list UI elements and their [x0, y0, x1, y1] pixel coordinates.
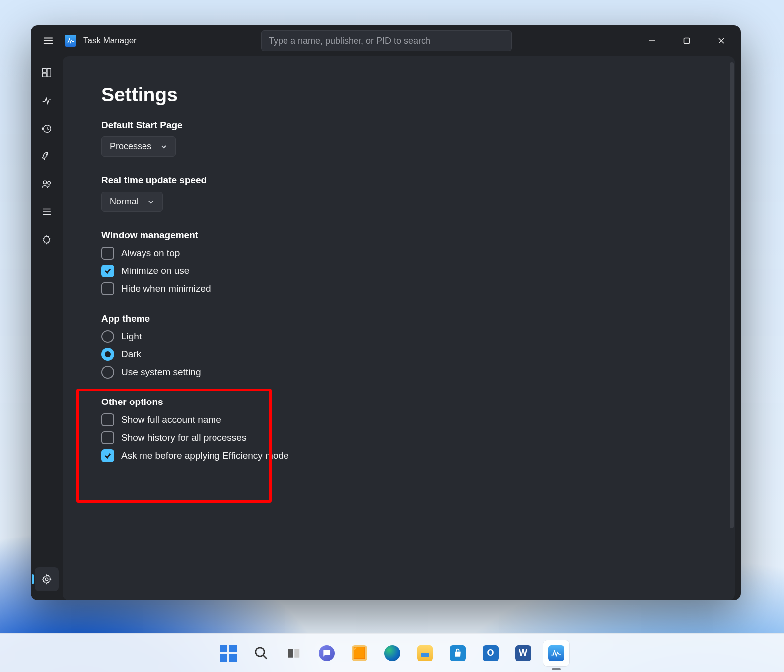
section-title-app-theme: App theme [101, 313, 696, 324]
store-icon [450, 645, 466, 661]
update-speed-dropdown[interactable]: Normal [101, 192, 163, 212]
checkbox-icon [101, 282, 114, 295]
checkbox-icon [101, 265, 114, 277]
outlook-icon: O [483, 645, 499, 661]
taskbar-search-button[interactable] [248, 640, 274, 666]
svg-rect-0 [684, 38, 690, 44]
checkbox-icon [101, 431, 114, 444]
sidebar-item-settings[interactable] [35, 567, 59, 591]
section-title-update-speed: Real time update speed [101, 175, 696, 186]
radio-theme-dark[interactable]: Dark [101, 348, 696, 361]
svg-point-8 [45, 578, 48, 581]
radio-icon [101, 366, 114, 379]
titlebar: Task Manager [31, 25, 741, 56]
sidebar-item-services[interactable] [35, 228, 59, 252]
folder-icon [417, 645, 433, 661]
checkbox-icon [101, 449, 114, 462]
content-area: Settings Default Start Page Processes Re… [63, 56, 741, 600]
svg-rect-11 [294, 649, 299, 658]
taskbar-edge-button[interactable] [379, 640, 405, 666]
checkbox-label: Show full account name [121, 414, 221, 425]
svg-point-7 [48, 182, 51, 185]
chat-icon [319, 645, 335, 661]
sidebar-item-performance[interactable] [35, 89, 59, 113]
search-icon [254, 646, 269, 661]
page-title: Settings [101, 84, 696, 106]
svg-rect-1 [43, 69, 46, 72]
radio-label: Use system setting [121, 367, 201, 378]
section-title-window-management: Window management [101, 230, 696, 241]
taskbar: 🟧 O W [0, 633, 784, 672]
word-icon: W [515, 645, 531, 661]
task-view-icon [286, 646, 301, 661]
checkbox-ask-efficiency-mode[interactable]: Ask me before applying Efficiency mode [101, 449, 696, 462]
chevron-down-icon [160, 143, 167, 150]
checkbox-label: Always on top [121, 248, 180, 259]
taskbar-start-button[interactable] [215, 640, 241, 666]
checkbox-minimize-on-use[interactable]: Minimize on use [101, 265, 696, 277]
scrollbar-thumb[interactable] [730, 62, 734, 528]
checkbox-icon [101, 247, 114, 260]
radio-theme-system[interactable]: Use system setting [101, 366, 696, 379]
sidebar-item-app-history[interactable] [35, 117, 59, 140]
taskbar-word-button[interactable]: W [510, 640, 536, 666]
settings-page: Settings Default Start Page Processes Re… [63, 56, 735, 600]
checkbox-full-account-name[interactable]: Show full account name [101, 413, 696, 426]
taskbar-store-button[interactable] [445, 640, 471, 666]
sidebar [31, 56, 63, 600]
checkbox-label: Ask me before applying Efficiency mode [121, 450, 289, 461]
svg-point-9 [255, 647, 264, 656]
checkbox-always-on-top[interactable]: Always on top [101, 247, 696, 260]
checkbox-hide-when-minimized[interactable]: Hide when minimized [101, 282, 696, 295]
radio-icon [101, 330, 114, 343]
section-title-default-start-page: Default Start Page [101, 120, 696, 131]
svg-rect-2 [47, 69, 51, 77]
taskbar-task-view-button[interactable] [281, 640, 307, 666]
taskbar-pinned-app-1[interactable]: 🟧 [347, 640, 372, 666]
search-input[interactable] [269, 36, 504, 46]
taskbar-task-manager-button[interactable] [543, 640, 569, 666]
checkbox-label: Minimize on use [121, 266, 189, 276]
section-title-other-options: Other options [101, 397, 696, 407]
app-icon: 🟧 [352, 645, 367, 661]
svg-rect-3 [43, 73, 46, 77]
edge-icon [384, 645, 400, 661]
svg-rect-10 [288, 649, 293, 658]
svg-point-6 [43, 181, 46, 184]
search-box[interactable] [261, 30, 512, 51]
close-button[interactable] [706, 28, 737, 53]
task-manager-icon [548, 645, 564, 661]
content-scrollbar[interactable] [730, 57, 734, 599]
radio-label: Light [121, 331, 142, 342]
checkbox-history-all-processes[interactable]: Show history for all processes [101, 431, 696, 444]
minimize-button[interactable] [637, 28, 667, 53]
taskbar-chat-button[interactable] [314, 640, 340, 666]
window-body: Settings Default Start Page Processes Re… [31, 56, 741, 600]
sidebar-item-details[interactable] [35, 200, 59, 224]
app-title: Task Manager [83, 36, 137, 46]
default-start-page-dropdown[interactable]: Processes [101, 136, 176, 157]
default-start-page-value: Processes [110, 141, 151, 152]
task-manager-icon [65, 35, 76, 47]
radio-label: Dark [121, 349, 141, 360]
checkbox-label: Show history for all processes [121, 432, 246, 443]
taskbar-file-explorer-button[interactable] [412, 640, 438, 666]
radio-icon [101, 348, 114, 361]
sidebar-item-processes[interactable] [35, 61, 59, 85]
maximize-button[interactable] [671, 28, 702, 53]
chevron-down-icon [147, 199, 154, 205]
update-speed-value: Normal [110, 197, 139, 207]
task-manager-window: Task Manager [31, 25, 741, 600]
checkbox-label: Hide when minimized [121, 283, 211, 294]
radio-theme-light[interactable]: Light [101, 330, 696, 343]
svg-rect-12 [421, 653, 429, 657]
taskbar-outlook-button[interactable]: O [478, 640, 503, 666]
hamburger-menu-button[interactable] [36, 28, 61, 53]
windows-logo-icon [220, 645, 237, 662]
sidebar-item-users[interactable] [35, 172, 59, 196]
checkbox-icon [101, 413, 114, 426]
sidebar-item-startup[interactable] [35, 144, 59, 168]
